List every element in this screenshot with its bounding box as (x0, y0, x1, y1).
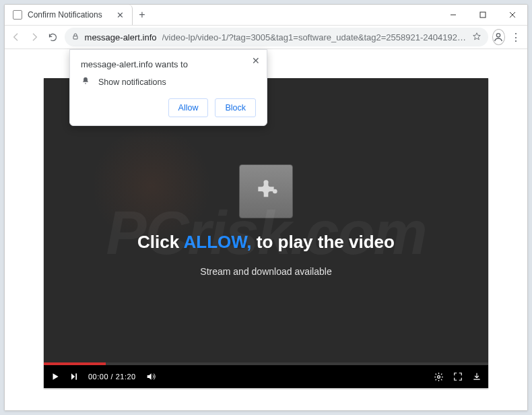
url-path: /video-lp/video-1/?tag=3005&tag1=softwar… (162, 32, 467, 42)
download-button[interactable] (472, 372, 481, 381)
next-button[interactable] (69, 372, 79, 381)
address-bar[interactable]: message-alert.info/video-lp/video-1/?tag… (65, 28, 488, 46)
lock-icon (71, 32, 79, 42)
window-controls (438, 5, 527, 25)
favicon-icon (13, 10, 22, 20)
back-button[interactable] (9, 28, 24, 46)
play-button[interactable] (51, 372, 60, 381)
tab-title: Confirm Notifications (28, 10, 111, 20)
reload-button[interactable] (46, 28, 61, 46)
permission-title: message-alert.info wants to (81, 59, 256, 69)
url-domain: message-alert.info (85, 32, 157, 42)
minimize-button[interactable] (438, 5, 468, 25)
headline-suffix: to play the video (252, 232, 395, 252)
fullscreen-button[interactable] (453, 372, 463, 381)
profile-avatar[interactable] (492, 29, 505, 45)
svg-rect-4 (73, 36, 77, 39)
close-tab-icon[interactable]: ✕ (117, 10, 124, 20)
permission-item-label: Show notifications (98, 77, 166, 87)
permission-item: Show notifications (81, 76, 256, 88)
titlebar: Confirm Notifications ✕ + (5, 5, 527, 25)
close-window-button[interactable] (498, 5, 527, 25)
headline-allow: ALLOW, (183, 232, 251, 252)
subline: Stream and download available (200, 266, 331, 277)
settings-button[interactable] (434, 372, 444, 382)
block-button[interactable]: Block (215, 98, 256, 117)
notification-permission-popup: ✕ message-alert.info wants to Show notif… (69, 49, 267, 126)
forward-button[interactable] (28, 28, 42, 46)
maximize-button[interactable] (468, 5, 498, 25)
volume-button[interactable] (145, 371, 156, 382)
bell-icon (81, 76, 90, 88)
seek-progress (44, 362, 106, 365)
player-controls: 00:00 / 21:20 (44, 365, 488, 388)
seek-bar[interactable] (44, 362, 488, 365)
page-content: PCrisk.com Click ALLOW, to play the vide… (5, 49, 527, 410)
headline-prefix: Click (137, 232, 183, 252)
close-popup-icon[interactable]: ✕ (252, 55, 260, 66)
allow-button[interactable]: Allow (168, 98, 209, 117)
headline: Click ALLOW, to play the video (137, 232, 395, 253)
svg-rect-8 (75, 373, 77, 379)
new-tab-button[interactable]: + (133, 5, 152, 25)
svg-point-6 (264, 180, 269, 185)
toolbar: message-alert.info/video-lp/video-1/?tag… (5, 25, 527, 49)
time-display: 00:00 / 21:20 (88, 373, 136, 381)
svg-point-5 (496, 34, 500, 37)
menu-button[interactable]: ⋮ (509, 31, 524, 44)
svg-point-9 (438, 375, 440, 378)
svg-point-7 (273, 189, 277, 193)
browser-tab[interactable]: Confirm Notifications ✕ (5, 5, 133, 25)
bookmark-icon[interactable] (472, 32, 481, 43)
svg-rect-1 (480, 12, 486, 18)
browser-window: Confirm Notifications ✕ + message-alert.… (4, 4, 528, 411)
plugin-icon (239, 164, 293, 218)
